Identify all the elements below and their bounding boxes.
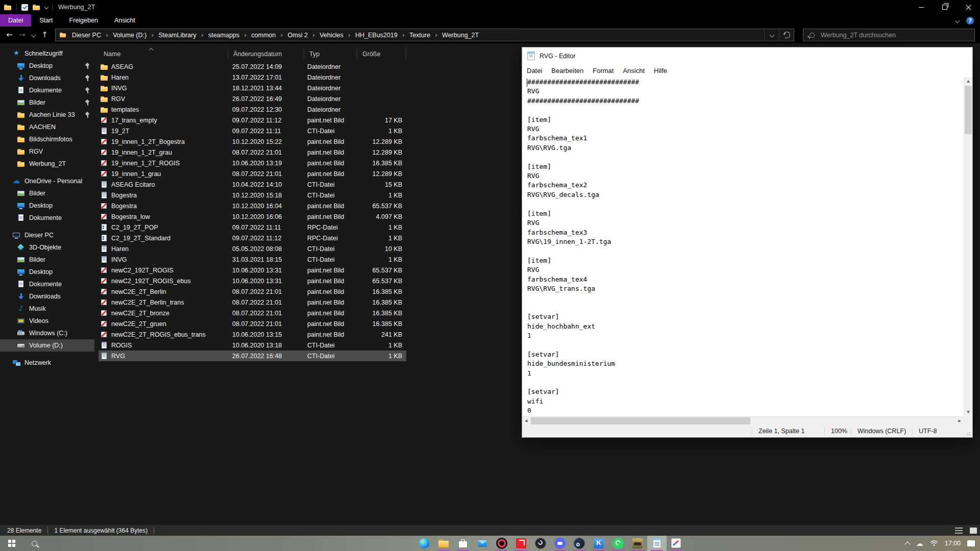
file-row-haren[interactable]: Haren05.05.2022 08:08CTI-Datei10 KB — [99, 243, 406, 254]
file-row-templates[interactable]: templates09.07.2022 12:30Dateiordner — [99, 104, 406, 115]
breadcrumb-item-steamapps[interactable]: steamapps — [207, 32, 240, 39]
new-folder-icon[interactable] — [33, 4, 40, 11]
vertical-scrollbar-thumb[interactable] — [965, 86, 972, 134]
breadcrumb-item-omsi-2[interactable]: Omsi 2 — [286, 32, 309, 39]
breadcrumb-item-hh-ebus2019[interactable]: HH_EBus2019 — [354, 32, 399, 39]
breadcrumb-item-vehicles[interactable]: Vehicles — [318, 32, 345, 39]
file-row-newc2e-2t-rogis-ebus-trans[interactable]: newC2E_2T_ROGIS_ebus_trans10.06.2020 13:… — [99, 329, 406, 340]
taskbar-app-mail[interactable] — [473, 536, 492, 551]
close-button[interactable] — [957, 0, 980, 14]
breadcrumb-item-volume-d[interactable]: Volume (D:) — [112, 32, 148, 39]
sidebar-item-netzwerk[interactable]: Netzwerk — [0, 357, 94, 369]
sidebar-item-dokumente[interactable]: Dokumente — [0, 84, 94, 96]
sidebar-item-videos[interactable]: Videos — [0, 315, 94, 327]
maximize-button[interactable] — [933, 0, 957, 14]
taskbar-app-opera-gx[interactable] — [492, 536, 511, 551]
file-row-newc2-192t-rogis-ebus[interactable]: newC2_192T_ROGIS_ebus10.06.2020 13:31pai… — [99, 276, 406, 286]
scroll-up-arrow-icon[interactable]: ▲ — [964, 79, 972, 83]
breadcrumb-item-dieser-pc[interactable]: Dieser PC — [71, 32, 102, 39]
notepad-titlebar[interactable]: RVG - Editor — [522, 47, 972, 64]
action-center-icon[interactable] — [967, 540, 975, 546]
sidebar-item-windows-c[interactable]: Windows (C:) — [0, 327, 94, 339]
breadcrumb-item-common[interactable]: common — [250, 32, 277, 39]
sidebar-item-schnellzugriff[interactable]: Schnellzugriff — [0, 47, 94, 60]
customize-toolbar-chevron-icon[interactable] — [44, 5, 48, 9]
file-row-newc2e-2t-gruen[interactable]: newC2E_2T_gruen08.07.2022 21:01paint.net… — [99, 318, 406, 329]
help-icon[interactable] — [966, 17, 974, 24]
file-row-rgv[interactable]: RGV26.07.2022 16:49Dateiordner — [99, 93, 406, 104]
file-row-19-innen-1-grau[interactable]: 19_innen_1_grau08.07.2022 21:01paint.net… — [99, 168, 406, 179]
sidebar-item-aachen-linie-33[interactable]: Aachen Linie 33 — [0, 109, 94, 121]
scroll-down-arrow-icon[interactable]: ▼ — [964, 410, 972, 414]
taskbar-app-whatsapp[interactable] — [608, 536, 628, 551]
sidebar-item-downloads[interactable]: Downloads — [0, 290, 94, 303]
file-row-newc2-192t-rogis[interactable]: newC2_192T_ROGIS10.06.2020 13:31paint.ne… — [99, 265, 406, 276]
up-button[interactable]: ↑ — [41, 31, 48, 39]
taskbar-app-paintnet[interactable] — [667, 536, 686, 551]
sidebar-item-dieser-pc[interactable]: Dieser PC — [0, 229, 94, 241]
taskbar-clock[interactable]: 17:00 — [945, 540, 961, 547]
notepad-edit-area[interactable]: ############################ RVG #######… — [522, 77, 972, 416]
search-input[interactable] — [820, 31, 974, 39]
breadcrumb-item-werbung-2t[interactable]: Werbung_2T — [441, 32, 480, 39]
sidebar-item-onedrive-personal[interactable]: OneDrive - Personal — [0, 175, 94, 187]
sidebar-item-werbung-2t[interactable]: Werbung_2T — [0, 158, 94, 170]
scroll-left-arrow-icon[interactable]: ◀ — [525, 419, 527, 423]
file-row-19-2t[interactable]: 19_2T09.07.2022 11:11CTI-Datei1 KB — [99, 126, 406, 136]
file-row-rvg[interactable]: RVG26.07.2022 16:48CTI-Datei1 KB — [99, 350, 406, 361]
menu-bearbeiten[interactable]: Bearbeiten — [547, 67, 588, 74]
file-row-17-trans-empty[interactable]: 17_trans_empty09.07.2022 11:12paint.net … — [99, 115, 406, 126]
menu-hilfe[interactable]: Hilfe — [649, 67, 672, 74]
column-header-gr-e[interactable]: Größe — [357, 48, 406, 59]
taskbar-app-explorer[interactable] — [434, 536, 453, 551]
breadcrumb-item-steamlibrary[interactable]: SteamLibrary — [157, 32, 197, 39]
taskbar-app-k-app[interactable] — [589, 536, 608, 551]
taskbar-app-notepad[interactable] — [647, 536, 667, 551]
wifi-icon[interactable] — [930, 540, 938, 546]
details-view-icon[interactable] — [955, 528, 963, 534]
sidebar-item-rgv[interactable]: RGV — [0, 145, 94, 158]
file-row-newc2e-2t-bronze[interactable]: newC2E_2T_bronze08.07.2022 21:01paint.ne… — [99, 308, 406, 318]
recent-locations-chevron-icon[interactable] — [31, 33, 36, 38]
file-row-c2-19-2t-standard[interactable]: C2_19_2T_Standard09.07.2022 11:12RPC-Dat… — [99, 233, 406, 243]
horizontal-scrollbar-thumb[interactable] — [531, 417, 750, 424]
taskbar-app-obs[interactable] — [531, 536, 550, 551]
file-row-bogestra[interactable]: Bogestra10.12.2020 16:04paint.net Bild65… — [99, 201, 406, 211]
file-row-aseag[interactable]: ASEAG25.07.2022 14:09Dateiordner — [99, 61, 406, 72]
search-box[interactable] — [803, 29, 975, 41]
ribbon-tab-ansicht[interactable]: Ansicht — [106, 14, 143, 27]
address-bar[interactable]: Dieser PC›Volume (D:)›SteamLibrary›steam… — [55, 29, 794, 41]
expand-ribbon-chevron-icon[interactable] — [955, 18, 960, 23]
ribbon-tab-freigeben[interactable]: Freigeben — [61, 14, 106, 27]
sidebar-item-bilder[interactable]: Bilder — [0, 254, 94, 266]
notepad-close-button[interactable] — [949, 47, 972, 64]
taskbar-app-amd-radeon[interactable] — [511, 536, 531, 551]
file-row-newc2e-2t-berlin[interactable]: newC2E_2T_Berlin08.07.2022 21:01paint.ne… — [99, 286, 406, 297]
forward-button[interactable]: → — [19, 31, 26, 39]
file-row-newc2e-2t-berlin-trans[interactable]: newC2E_2T_Berlin_trans08.07.2022 21:01pa… — [99, 297, 406, 308]
file-row-rogis[interactable]: ROGIS10.06.2020 13:18CTI-Datei1 KB — [99, 340, 406, 350]
sidebar-item-bilder[interactable]: Bilder — [0, 187, 94, 199]
ribbon-tab-start[interactable]: Start — [31, 14, 61, 27]
file-row-aseag-ecitaro[interactable]: ASEAG Ecitaro10.04.2022 14:10CTI-Datei15… — [99, 179, 406, 190]
sidebar-item-dokumente[interactable]: Dokumente — [0, 212, 94, 224]
column-header-name[interactable]: Name — [99, 48, 228, 59]
file-row-bogestra[interactable]: Bogestra10.12.2020 15:18CTI-Datei1 KB — [99, 190, 406, 201]
column-header-nderungsdatum[interactable]: Änderungsdatum — [228, 48, 304, 59]
sidebar-item-desktop[interactable]: Desktop — [0, 60, 94, 72]
file-row-bogestra-low[interactable]: Bogestra_low10.12.2020 16:06paint.net Bi… — [99, 211, 406, 222]
start-button[interactable] — [0, 536, 23, 551]
column-header-typ[interactable]: Typ — [304, 48, 357, 59]
file-row-invg[interactable]: INVG31.03.2021 18:15CTI-Datei1 KB — [99, 254, 406, 265]
file-row-19-innen-1-2t-rogis[interactable]: 19_innen_1_2T_ROGIS10.06.2020 13:19paint… — [99, 158, 406, 168]
hidden-icons-chevron-icon[interactable] — [904, 541, 910, 547]
sidebar-item-aachen[interactable]: AACHEN — [0, 121, 94, 133]
sidebar-item-volume-d[interactable]: Volume (D:) — [0, 339, 94, 352]
file-row-c2-19-2t-pop[interactable]: C2_19_2T_POP09.07.2022 11:11RPC-Datei1 K… — [99, 222, 406, 233]
breadcrumb-item-texture[interactable]: Texture — [408, 32, 431, 39]
sidebar-item-3d-objekte[interactable]: 3D-Objekte — [0, 241, 94, 254]
file-row-19-innen-1-2t-grau[interactable]: 19_innen_1_2T_grau08.07.2022 21:01paint.… — [99, 147, 406, 158]
taskbar-app-discord[interactable] — [550, 536, 570, 551]
sidebar-item-dokumente[interactable]: Dokumente — [0, 278, 94, 290]
sidebar-item-bilder[interactable]: Bilder — [0, 96, 94, 109]
